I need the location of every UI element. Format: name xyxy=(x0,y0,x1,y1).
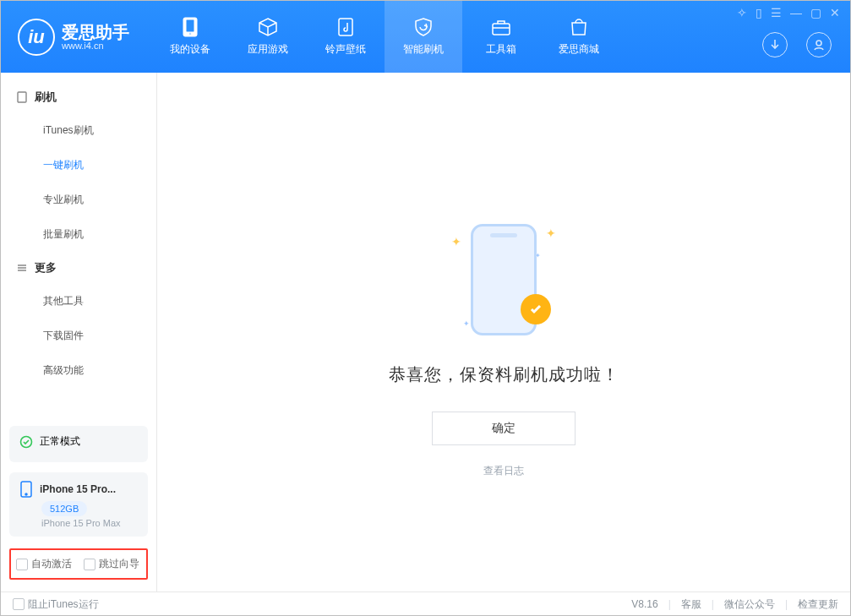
sidebar-group-flash[interactable]: 刷机 xyxy=(1,81,156,113)
checkbox-auto-activate[interactable]: 自动激活 xyxy=(16,557,72,571)
sidebar-item-pro-flash[interactable]: 专业刷机 xyxy=(1,183,156,217)
nav-label: 我的设备 xyxy=(170,42,210,57)
svg-point-2 xyxy=(189,33,191,35)
nav-apps[interactable]: 应用游戏 xyxy=(229,1,307,73)
sidebar-item-download-firmware[interactable]: 下载固件 xyxy=(1,319,156,353)
nav-label: 应用游戏 xyxy=(248,42,288,57)
device-icon xyxy=(16,91,28,103)
device-mode-panel: 正常模式 xyxy=(9,426,148,462)
sparkle-icon: ✦ xyxy=(451,235,461,248)
close-icon[interactable]: ✕ xyxy=(830,6,840,19)
check-update-link[interactable]: 检查更新 xyxy=(798,597,838,612)
nav-label: 工具箱 xyxy=(486,42,516,57)
sidebar-item-batch-flash[interactable]: 批量刷机 xyxy=(1,217,156,252)
success-check-icon xyxy=(521,294,551,324)
app-url: www.i4.cn xyxy=(62,41,129,51)
phone-icon xyxy=(180,17,200,37)
mobile-icon[interactable]: ▯ xyxy=(756,6,762,19)
option-label: 自动激活 xyxy=(31,557,72,571)
svg-rect-6 xyxy=(18,92,26,102)
status-bar: 阻止iTunes运行 V8.16 | 客服 | 微信公众号 | 检查更新 xyxy=(1,591,850,616)
success-headline: 恭喜您，保资料刷机成功啦！ xyxy=(389,363,619,386)
theme-icon[interactable]: ✧ xyxy=(737,6,747,19)
sidebar-group-title: 刷机 xyxy=(35,90,57,105)
svg-rect-4 xyxy=(493,24,510,35)
nav-my-devices[interactable]: 我的设备 xyxy=(151,1,229,73)
app-logo: iu 爱思助手 www.i4.cn xyxy=(1,1,151,73)
option-label: 跳过向导 xyxy=(99,557,139,571)
nav-toolbox[interactable]: 工具箱 xyxy=(462,1,540,73)
maximize-icon[interactable]: ▢ xyxy=(810,6,821,19)
nav-flash[interactable]: 智能刷机 xyxy=(385,1,462,73)
check-circle-icon xyxy=(19,435,33,449)
sidebar-group-more[interactable]: 更多 xyxy=(1,252,156,284)
profile-button[interactable] xyxy=(806,32,832,57)
option-label: 阻止iTunes运行 xyxy=(28,597,99,612)
sidebar: 刷机 iTunes刷机 一键刷机 专业刷机 批量刷机 更多 其他工具 下载固件 … xyxy=(1,73,157,591)
nav-label: 智能刷机 xyxy=(403,42,444,57)
svg-point-9 xyxy=(25,493,27,495)
header-right-buttons xyxy=(762,32,832,57)
menu-lines-icon xyxy=(16,262,28,274)
sidebar-item-itunes-flash[interactable]: iTunes刷机 xyxy=(1,113,156,148)
cube-icon xyxy=(258,17,278,37)
svg-point-5 xyxy=(816,41,821,46)
toolbox-icon xyxy=(491,17,511,37)
sidebar-item-other-tools[interactable]: 其他工具 xyxy=(1,284,156,319)
sparkle-icon: ✦ xyxy=(546,226,556,240)
support-link[interactable]: 客服 xyxy=(681,597,701,612)
minimize-icon[interactable]: — xyxy=(790,6,802,19)
sidebar-group-title: 更多 xyxy=(35,260,57,275)
nav-label: 爱思商城 xyxy=(559,42,599,57)
flash-options: 自动激活 跳过向导 xyxy=(9,548,148,580)
music-icon xyxy=(335,17,356,37)
menu-icon[interactable]: ☰ xyxy=(771,6,782,19)
view-log-link[interactable]: 查看日志 xyxy=(483,464,524,478)
wechat-link[interactable]: 微信公众号 xyxy=(724,597,775,612)
download-button[interactable] xyxy=(762,32,788,57)
bag-icon xyxy=(569,17,589,37)
device-info-panel[interactable]: iPhone 15 Pro... 512GB iPhone 15 Pro Max xyxy=(9,472,148,537)
nav-ringtones[interactable]: 铃声壁纸 xyxy=(307,1,385,73)
sidebar-item-advanced[interactable]: 高级功能 xyxy=(1,353,156,388)
refresh-shield-icon xyxy=(413,17,434,37)
nav-store[interactable]: 爱思商城 xyxy=(540,1,618,73)
sidebar-item-oneclick-flash[interactable]: 一键刷机 xyxy=(1,148,156,183)
ok-button[interactable]: 确定 xyxy=(432,412,576,445)
device-capacity-badge: 512GB xyxy=(41,501,87,516)
device-mode: 正常模式 xyxy=(40,434,80,449)
svg-rect-1 xyxy=(186,19,194,32)
sparkle-icon: ✦ xyxy=(463,319,470,328)
checkbox-block-itunes[interactable]: 阻止iTunes运行 xyxy=(13,597,99,612)
svg-rect-3 xyxy=(339,19,352,35)
device-model: iPhone 15 Pro Max xyxy=(41,518,138,528)
logo-icon: iu xyxy=(18,19,55,56)
window-controls-small: ✧ ▯ ☰ — ▢ ✕ xyxy=(737,6,840,19)
success-illustration: ✦ ✦ ✦ ✦ xyxy=(445,216,563,343)
phone-small-icon xyxy=(19,481,33,498)
app-name: 爱思助手 xyxy=(62,24,129,41)
top-nav: 我的设备 应用游戏 铃声壁纸 智能刷机 工具箱 爱思商城 xyxy=(151,1,618,73)
device-name: iPhone 15 Pro... xyxy=(40,483,116,495)
app-header: iu 爱思助手 www.i4.cn 我的设备 应用游戏 铃声壁纸 智能刷机 工具… xyxy=(1,1,850,73)
nav-label: 铃声壁纸 xyxy=(325,42,366,57)
checkbox-skip-guide[interactable]: 跳过向导 xyxy=(84,557,139,571)
version-label: V8.16 xyxy=(631,598,657,610)
main-content: ✦ ✦ ✦ ✦ 恭喜您，保资料刷机成功啦！ 确定 查看日志 xyxy=(157,73,850,591)
